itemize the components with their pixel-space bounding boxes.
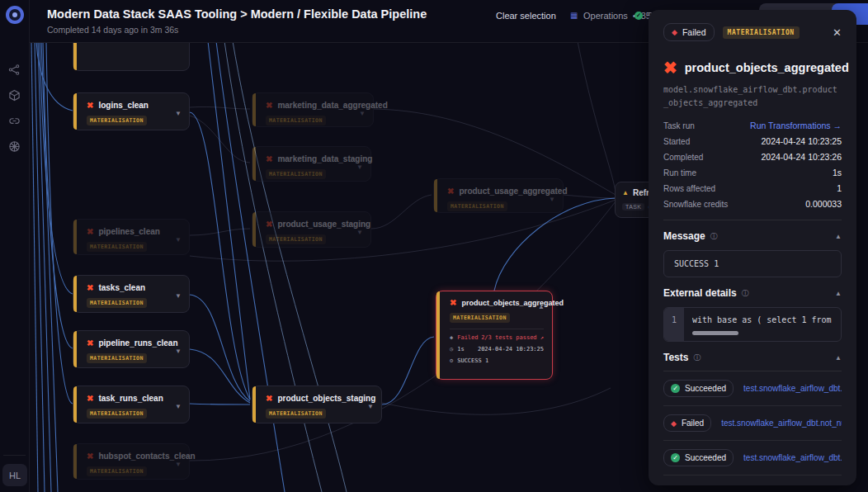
chevron-down-icon[interactable]: ▼ — [175, 236, 182, 244]
chevron-down-icon[interactable]: ▼ — [175, 110, 182, 117]
pipeline-graph-icon[interactable] — [8, 64, 21, 76]
field-value: 2024-04-24 10:23:25 — [762, 136, 842, 146]
panel-title: product_objects_aggregated — [685, 61, 849, 74]
message-heading: Message — [663, 230, 705, 242]
graph-node-pipelines_clean[interactable]: ✖ pipelines_clean ▼ MATERIALISATION — [73, 219, 190, 255]
graph-node-selected-product_objects_aggregated[interactable]: ✖ product_objects_aggregated ▲ MATERIALI… — [436, 291, 553, 380]
dbt-icon: ✖ — [87, 395, 93, 403]
materialisation-badge: MATERIALISATION — [87, 409, 147, 419]
succeeded-check-icon: ✓ — [671, 384, 680, 393]
chevron-down-icon[interactable]: ▼ — [356, 229, 363, 236]
dbt-icon: ✖ — [266, 395, 272, 403]
test-link[interactable]: test.snowflake_airflow_dbt.unique_pro — [743, 384, 842, 393]
node-detail-row: ◆Failed2/3 tests passed ↗ — [450, 334, 544, 341]
cube-icon[interactable] — [8, 89, 21, 102]
link-icon[interactable] — [8, 115, 21, 127]
sql-code-line: with base as ( select 1 from SNOWFLAKE — [692, 315, 833, 324]
orchestra-logo[interactable] — [6, 6, 24, 24]
node-label: marketing_data_staging — [277, 154, 372, 163]
node-label: product_usage_aggregated — [459, 187, 567, 196]
info-icon: ⓘ — [693, 352, 701, 363]
dbt-icon: ✖ — [663, 59, 677, 76]
field-value: 2024-04-24 10:23:26 — [762, 152, 842, 162]
test-status-badge: ◆ Failed — [663, 414, 711, 432]
test-row: ✓ Succeeded test.snowflake_airflow_dbt.u… — [663, 371, 842, 406]
materialisation-badge: MATERIALISATION — [723, 26, 800, 39]
graph-node-product_usage_staging[interactable]: ✖ product_usage_staging ▼ MATERIALISATIO… — [252, 211, 371, 248]
dbt-icon: ✖ — [266, 155, 272, 163]
gear-icon: ⚙ — [450, 357, 453, 364]
chevron-up-icon[interactable]: ▲ — [538, 303, 545, 310]
node-label: product_objects_staging — [277, 394, 375, 403]
graph-node-marketing_data_staging[interactable]: ✖ marketing_data_staging ▼ MATERIALISATI… — [252, 146, 371, 182]
node-label: task_runs_clean — [98, 394, 163, 403]
breadcrumb[interactable]: Modern Data Stack SAAS Tooling > Modern … — [47, 7, 427, 21]
dbt-icon: ✖ — [450, 299, 456, 307]
status-diamond-icon: ◆ — [450, 334, 453, 341]
succeeded-check-icon: ✓ — [671, 453, 680, 462]
chevron-down-icon[interactable]: ▼ — [356, 163, 363, 171]
node-detail-panel: ◆ Failed MATERIALISATION ✕ ✖ product_obj… — [649, 10, 856, 485]
field-value: 0.000033 — [805, 199, 842, 209]
field-row: Completed 2024-04-24 10:23:26 — [663, 152, 842, 162]
node-detail-row: ◷1s2024-04-24 10:23:25 — [450, 346, 544, 352]
graph-node-hubspot_contacts_clean[interactable]: ✖ hubspot_contacts_clean ▼ MATERIALISATI… — [73, 443, 190, 480]
collapse-icon[interactable]: ▲ — [835, 233, 842, 240]
graph-node-product_objects_staging[interactable]: ✖ product_objects_staging ▼ MATERIALISAT… — [252, 386, 382, 423]
graph-node-tasks_clean[interactable]: ✖ tasks_clean ▼ MATERIALISATION — [73, 275, 190, 313]
node-label: product_objects_aggregated — [461, 299, 564, 307]
run-summary: Completed 14 days ago in 3m 36s — [47, 25, 178, 35]
chevron-down-icon[interactable]: ▼ — [175, 403, 182, 410]
graph-node-logins_clean[interactable]: ✖ logins_clean ▼ MATERIALISATION — [73, 92, 190, 130]
field-row: Started 2024-04-24 10:23:25 — [663, 136, 842, 146]
graph-node-pipeline_runs_clean[interactable]: ✖ pipeline_runs_clean ▼ MATERIALISATION — [73, 330, 190, 368]
info-icon: ⓘ — [710, 231, 718, 242]
sql-code-box: 1 with base as ( select 1 from SNOWFLAKE — [663, 307, 842, 342]
sidebar-divider — [3, 455, 26, 456]
user-avatar[interactable]: HL — [2, 464, 27, 486]
dbt-icon: ✖ — [87, 228, 93, 236]
model-path: model.snowflake_airflow_dbt.product_obje… — [663, 83, 842, 109]
chevron-down-icon[interactable]: ▼ — [175, 461, 182, 468]
graph-node-marketing_data_aggregated[interactable]: ✖ marketing_data_aggregated ▼ MATERIALIS… — [252, 92, 374, 127]
test-status-badge: ✓ Succeeded — [663, 449, 734, 466]
chevron-down-icon[interactable]: ▼ — [359, 110, 366, 117]
test-status-badge: ✓ Succeeded — [663, 380, 734, 397]
node-label: product_usage_staging — [277, 220, 370, 229]
failed-diamond-icon: ◆ — [671, 419, 677, 428]
node-label: marketing_data_aggregated — [277, 101, 387, 110]
status-badge: ◆ Failed — [663, 23, 715, 41]
collapse-icon[interactable]: ▲ — [835, 354, 842, 362]
clock-icon: ◷ — [450, 346, 453, 352]
globe-icon[interactable] — [8, 140, 21, 153]
field-label: Completed — [663, 153, 703, 162]
chevron-down-icon[interactable]: ▼ — [367, 403, 374, 410]
field-row: Snowflake credits 0.000033 — [663, 199, 842, 209]
field-label: Task run — [663, 121, 695, 130]
close-icon[interactable]: ✕ — [833, 26, 842, 39]
field-label: Rows affected — [663, 184, 715, 193]
chevron-down-icon[interactable]: ▼ — [175, 292, 182, 300]
clear-selection-button[interactable]: Clear selection — [496, 11, 556, 21]
dbt-icon: ✖ — [447, 187, 454, 196]
collapse-icon[interactable]: ▲ — [835, 290, 842, 297]
test-row: ◆ Failed test.snowflake_airflow_dbt.not_… — [663, 406, 842, 441]
chevron-down-icon[interactable]: ▼ — [549, 196, 555, 203]
line-number: 1 — [664, 308, 684, 341]
test-link[interactable]: test.snowflake_airflow_dbt.not_null_pr — [743, 453, 842, 462]
succeeded-check-icon: ✓ — [634, 12, 643, 20]
message-box: SUCCESS 1 — [663, 250, 842, 277]
chevron-down-icon[interactable]: ▼ — [175, 348, 182, 355]
graph-node-product_usage_aggregated[interactable]: ✖ product_usage_aggregated ▼ MATERIALISA… — [433, 178, 564, 213]
operations-grid-icon: ▦ — [570, 12, 578, 20]
node-label: hubspot_contacts_clean — [98, 452, 195, 461]
materialisation-badge: MATERIALISATION — [87, 242, 147, 252]
graph-node-task_runs_clean[interactable]: ✖ task_runs_clean ▼ MATERIALISATION — [73, 386, 190, 423]
field-label: Snowflake credits — [663, 200, 728, 209]
test-link[interactable]: test.snowflake_airflow_dbt.not_null_pr — [721, 419, 842, 428]
materialisation-badge: MATERIALISATION — [266, 234, 326, 244]
field-value-link[interactable]: Run Transformations → — [750, 121, 842, 130]
node-label: tasks_clean — [98, 283, 145, 292]
horizontal-scrollbar-thumb[interactable] — [692, 331, 738, 335]
external-details-heading: External details — [663, 287, 737, 299]
